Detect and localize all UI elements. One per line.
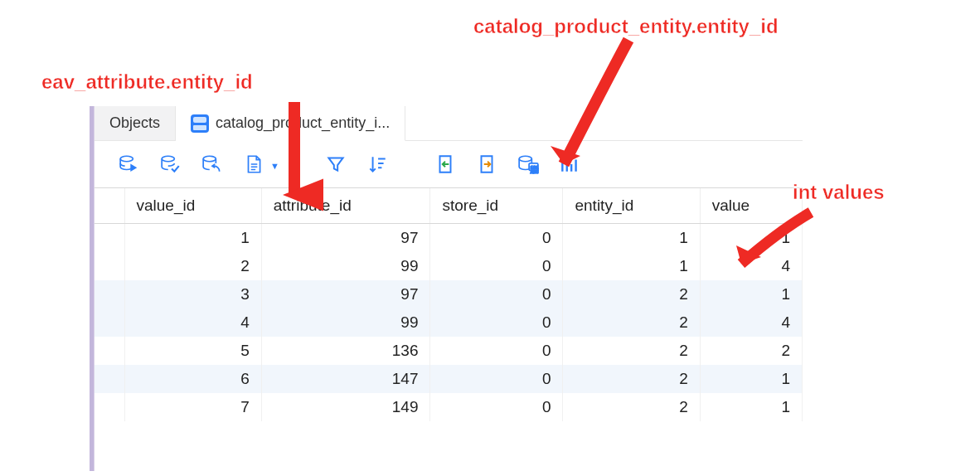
cell-attribute_id[interactable]: 149 (261, 393, 430, 421)
cell-store_id[interactable]: 0 (430, 252, 563, 280)
svg-text:ABC: ABC (531, 170, 539, 174)
cell-attribute_id[interactable]: 99 (261, 252, 430, 280)
cell-value_id[interactable]: 4 (124, 308, 261, 337)
row-gutter[interactable] (95, 252, 124, 280)
column-header[interactable]: store_id (430, 188, 563, 224)
table-row[interactable]: 7149021 (95, 393, 803, 421)
commit-icon[interactable] (159, 153, 182, 176)
cell-value[interactable]: 1 (700, 224, 802, 253)
cell-entity_id[interactable]: 2 (563, 280, 700, 308)
rollback-icon[interactable] (201, 153, 224, 176)
cell-value[interactable]: 4 (700, 308, 802, 337)
cell-store_id[interactable]: 0 (430, 337, 563, 365)
script-icon[interactable] (242, 153, 265, 176)
table-row[interactable]: 499024 (95, 308, 803, 337)
table-icon (191, 114, 209, 133)
cell-attribute_id[interactable]: 97 (261, 280, 430, 308)
cell-value_id[interactable]: 1 (124, 224, 261, 253)
cell-value[interactable]: 1 (700, 365, 802, 393)
chart-icon[interactable] (558, 153, 581, 176)
cell-value_id[interactable]: 3 (124, 280, 261, 308)
tabs-remainder (405, 106, 803, 141)
cell-entity_id[interactable]: 1 (563, 252, 700, 280)
cell-value[interactable]: 1 (700, 280, 802, 308)
row-gutter[interactable] (95, 224, 124, 253)
row-gutter[interactable] (95, 337, 124, 365)
data-table-container: value_id attribute_id store_id entity_id… (95, 188, 803, 421)
data-table: value_id attribute_id store_id entity_id… (95, 188, 803, 421)
column-header[interactable]: value_id (124, 188, 261, 224)
cell-attribute_id[interactable]: 97 (261, 224, 430, 253)
import-icon[interactable] (434, 153, 457, 176)
column-header[interactable]: entity_id (563, 188, 700, 224)
svg-point-0 (120, 156, 133, 162)
tab-objects[interactable]: Objects (95, 106, 176, 141)
cell-attribute_id[interactable]: 147 (261, 365, 430, 393)
cell-store_id[interactable]: 0 (430, 365, 563, 393)
svg-point-1 (162, 156, 174, 162)
toolbar: ▼ (95, 141, 803, 188)
sort-icon[interactable] (366, 153, 389, 176)
cell-entity_id[interactable]: 2 (563, 393, 700, 421)
cell-store_id[interactable]: 0 (430, 280, 563, 308)
row-gutter[interactable] (95, 393, 124, 421)
cell-value_id[interactable]: 2 (124, 252, 261, 280)
row-gutter-header[interactable] (95, 188, 124, 224)
row-gutter[interactable] (95, 308, 124, 337)
filter-icon[interactable] (324, 153, 347, 176)
cell-store_id[interactable]: 0 (430, 393, 563, 421)
cell-attribute_id[interactable]: 136 (261, 337, 430, 365)
export-icon[interactable] (475, 153, 498, 176)
table-row[interactable]: 6147021 (95, 365, 803, 393)
cell-value_id[interactable]: 6 (124, 365, 261, 393)
script-dropdown-icon[interactable]: ▼ (270, 161, 279, 171)
cell-store_id[interactable]: 0 (430, 224, 563, 253)
tab-label: catalog_product_entity_i... (216, 114, 390, 132)
cell-entity_id[interactable]: 2 (563, 365, 700, 393)
cell-value_id[interactable]: 5 (124, 337, 261, 365)
cell-entity_id[interactable]: 1 (563, 224, 700, 253)
table-header-row: value_id attribute_id store_id entity_id… (95, 188, 803, 224)
cell-entity_id[interactable]: 2 (563, 308, 700, 337)
row-gutter[interactable] (95, 280, 124, 308)
svg-point-2 (203, 156, 216, 162)
table-row[interactable]: 397021 (95, 280, 803, 308)
svg-point-3 (519, 156, 531, 162)
cell-value_id[interactable]: 7 (124, 393, 261, 421)
column-header[interactable]: attribute_id (261, 188, 430, 224)
table-row[interactable]: 299014 (95, 252, 803, 280)
annotation-catalog-entity: catalog_product_entity.entity_id (473, 15, 779, 38)
main-panel: Objects catalog_product_entity_i... (90, 106, 803, 421)
cell-value[interactable]: 2 (700, 337, 802, 365)
table-row[interactable]: 197011 (95, 224, 803, 253)
cell-value[interactable]: 4 (700, 252, 802, 280)
column-header[interactable]: value (700, 188, 802, 224)
cell-store_id[interactable]: 0 (430, 308, 563, 337)
annotation-int-values: int values (793, 181, 885, 204)
cell-attribute_id[interactable]: 99 (261, 308, 430, 337)
row-gutter[interactable] (95, 365, 124, 393)
cell-value[interactable]: 1 (700, 393, 802, 421)
table-row[interactable]: 5136022 (95, 337, 803, 365)
cell-entity_id[interactable]: 2 (563, 337, 700, 365)
tabs-bar: Objects catalog_product_entity_i... (95, 106, 803, 141)
tab-catalog-product-entity-int[interactable]: catalog_product_entity_i... (176, 106, 405, 141)
execute-query-icon[interactable] (118, 153, 141, 176)
data-format-icon[interactable]: 101 ABC (517, 153, 540, 176)
annotation-eav-attribute: eav_attribute.entity_id (41, 70, 253, 94)
tab-label: Objects (109, 114, 160, 132)
